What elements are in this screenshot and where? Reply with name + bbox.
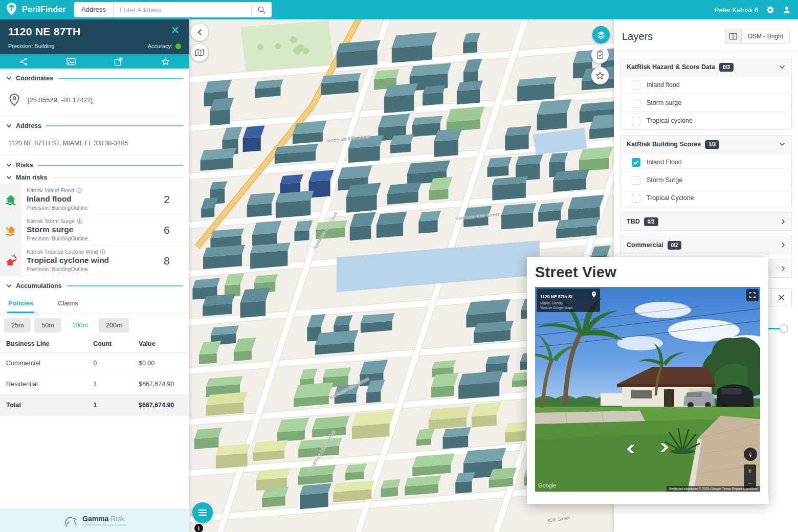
count-badge: 0/2 [644, 217, 658, 226]
person-icon [783, 6, 791, 14]
tab-policies[interactable]: Policies [7, 295, 34, 313]
checkbox[interactable] [632, 158, 640, 167]
address-input[interactable] [114, 6, 251, 14]
section-building-scores: KatRisk Building Scores 1/3 Inland Flood… [620, 135, 792, 207]
checkbox[interactable] [632, 81, 640, 90]
pan-left-arrow[interactable]: ❮ [625, 444, 636, 453]
share-button[interactable] [16, 57, 31, 66]
streetview-image[interactable]: 1120 NE 87th St Miami, Florida View on G… [535, 287, 760, 492]
account-button[interactable] [783, 6, 791, 14]
layers-toggle-button[interactable] [592, 26, 610, 43]
info-icon[interactable] [77, 218, 82, 224]
streetview-address: 1120 NE 87th St [540, 294, 572, 299]
streetview-address-card[interactable]: 1120 NE 87th St Miami, Florida View on G… [537, 289, 600, 312]
info-icon[interactable] [100, 249, 105, 255]
basemap-grid-button[interactable] [725, 29, 741, 44]
favorite-button[interactable] [591, 67, 609, 84]
streetview-open-button[interactable] [111, 57, 126, 66]
layer-row-tropical-cyclone-score[interactable]: Tropical Cyclone [620, 189, 792, 207]
favorite-property-button[interactable] [158, 57, 173, 66]
radius-200m[interactable]: 200m [99, 318, 129, 332]
slider-handle[interactable] [780, 324, 788, 332]
table-row: Commercial 0 $0.00 [0, 353, 189, 374]
layer-row-storm-surge-score[interactable]: Storm Surge [620, 171, 792, 189]
radius-100m[interactable]: 100m [65, 318, 95, 332]
tab-claims[interactable]: Claims [57, 295, 79, 313]
address-value: 1120 NE 87TH ST, MIAMI, FL 33138-3485 [0, 132, 189, 156]
layer-row-inland-flood[interactable]: Inland flood [620, 76, 792, 94]
radius-25m[interactable]: 25m [4, 318, 31, 332]
layer-row-tropical-cyclone[interactable]: Tropical cyclone [620, 112, 792, 130]
footer-brand: Gamma Risk [82, 515, 126, 526]
zoom-in-button[interactable]: + [748, 468, 752, 474]
accumulations-tabs: Policies Claims [0, 293, 189, 314]
info-icon[interactable] [76, 188, 82, 193]
location-pin-icon [8, 93, 20, 106]
table-total-row: Total 1 $667,674.90 [0, 395, 189, 416]
main-risks-section-header[interactable]: Main risks [0, 172, 189, 184]
risk-row-tropical-cyclone[interactable]: Katrisk Tropical Cyclone Wind Tropical c… [0, 246, 189, 276]
settings-button[interactable] [766, 6, 774, 14]
accumulations-section-header[interactable]: Accumulations [0, 276, 189, 293]
columns-icon [729, 33, 737, 40]
coordinates-section-header[interactable]: Coordinates [0, 69, 189, 85]
chevron-left-icon [197, 29, 203, 36]
layer-row-storm-surge[interactable]: Storm surge [620, 94, 792, 112]
coordinates-row: [25.85529, -80.17422] [0, 85, 189, 116]
gear-icon [766, 6, 774, 14]
pan-right-arrow[interactable]: ❯ [659, 442, 670, 452]
gamma-risk-logo [63, 514, 78, 527]
streetview-maps-link[interactable]: View on Google Maps [540, 306, 589, 309]
checkbox[interactable] [632, 176, 640, 185]
property-panel: 1120 NE 87TH Precision: Building Accurac… [0, 19, 189, 532]
address-section-header[interactable]: Address [0, 116, 189, 132]
topbar: PerilFinder Address Peter Katrisk 6 [0, 0, 798, 19]
fullscreen-icon [749, 292, 756, 298]
chevron-right-icon [781, 265, 785, 272]
report-button[interactable] [591, 46, 609, 63]
zoom-out-button[interactable]: − [748, 480, 752, 486]
accuracy-label: Accuracy: [148, 43, 181, 49]
snapshot-button[interactable] [63, 57, 79, 66]
clipboard-check-icon [596, 50, 604, 59]
close-icon [778, 294, 785, 301]
chevron-down-icon [779, 142, 785, 146]
basemap-select[interactable]: OSM - Bright [741, 29, 790, 44]
checkbox[interactable] [632, 117, 640, 125]
accuracy-indicator [175, 43, 181, 49]
section-building-header[interactable]: KatRisk Building Scores 1/3 [620, 135, 792, 153]
google-watermark: Google [538, 482, 556, 489]
layer-row-inland-flood-score[interactable]: Inland Flood [620, 153, 792, 171]
streetview-attribution[interactable]: Keyboard shortcuts © 2025 Google Terms R… [667, 486, 760, 492]
accumulations-table: Business Line Count Value Commercial 0 $… [0, 337, 189, 416]
image-icon [66, 58, 76, 65]
risk-row-storm-surge[interactable]: Katrisk Storm Surge Storm surge Precisio… [0, 215, 189, 246]
search-button[interactable] [251, 2, 272, 17]
section-hazard-header[interactable]: KatRisk Hazard & Score Data 0/3 [620, 58, 792, 76]
info-icon[interactable]: i [194, 524, 203, 532]
user-name[interactable]: Peter Katrisk 6 [715, 6, 758, 14]
basemap-toggle-button[interactable] [191, 44, 208, 61]
map-menu-button[interactable] [192, 502, 213, 523]
checkbox[interactable] [632, 194, 640, 203]
chevron-down-icon [779, 65, 785, 69]
star-icon [595, 71, 605, 80]
brand[interactable]: PerilFinder [0, 2, 69, 18]
share-icon [19, 57, 28, 66]
checkbox[interactable] [632, 99, 640, 107]
section-hazard-data: KatRisk Hazard & Score Data 0/3 Inland f… [620, 58, 792, 130]
fullscreen-button[interactable] [746, 289, 759, 301]
precision-label: Precision: Building [8, 43, 55, 49]
layer-close-button[interactable] [771, 289, 791, 306]
streetview-city: Miami, Florida [540, 301, 589, 305]
section-commercial-header[interactable]: Commercial 0/2 [620, 236, 792, 254]
compass-icon[interactable] [744, 448, 757, 461]
section-tbd-header[interactable]: TBD 0/2 [620, 212, 792, 231]
risks-section-header[interactable]: Risks [0, 156, 189, 172]
risk-list: Katrisk Inland Flood Inland flood Precis… [0, 184, 189, 276]
risk-row-inland-flood[interactable]: Katrisk Inland Flood Inland flood Precis… [0, 184, 189, 215]
close-panel-button[interactable] [168, 26, 182, 36]
radius-50m[interactable]: 50m [34, 318, 61, 332]
collapse-panel-button[interactable] [191, 24, 208, 41]
address-label: Address [74, 2, 114, 17]
